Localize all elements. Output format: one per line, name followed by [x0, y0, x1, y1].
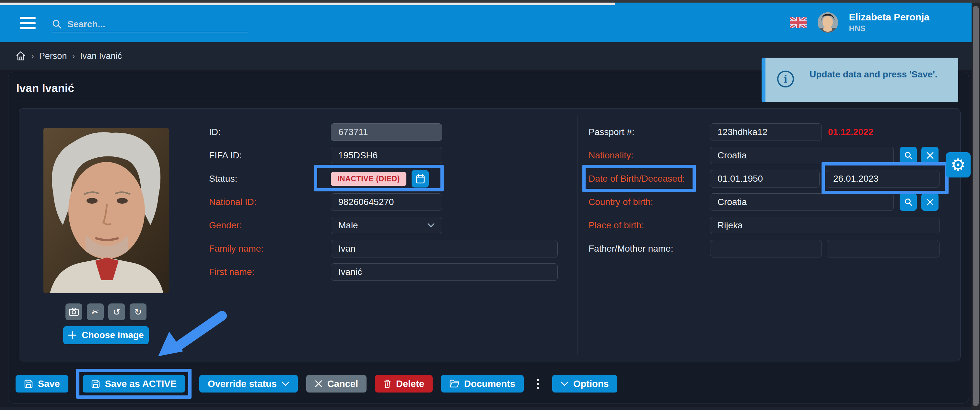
nationality-actions [900, 147, 939, 164]
top-navigation-bar: Search... [0, 3, 972, 42]
country-of-birth-actions [900, 193, 939, 211]
first-name-label: First name: [209, 267, 255, 277]
national-id-field[interactable]: 98260645270 [331, 193, 442, 211]
gender-select[interactable]: Male [331, 217, 442, 234]
chevron-down-icon [428, 223, 434, 228]
rotate-right-button[interactable]: ↻ [130, 304, 146, 320]
close-icon [926, 152, 934, 159]
date-of-birth-field[interactable]: 01.01.1950 [710, 170, 819, 188]
father-mother-label: Father/Mother name: [589, 243, 673, 254]
home-icon[interactable] [16, 51, 26, 61]
user-meta[interactable]: Elizabeta Peronja HNS [849, 12, 929, 33]
options-button[interactable]: Options [552, 375, 617, 393]
documents-button[interactable]: Documents [441, 375, 524, 393]
family-name-label: Family name: [209, 243, 264, 254]
status-badge: INACTIVE (DIED) [331, 172, 406, 186]
cancel-button[interactable]: Cancel [306, 375, 366, 393]
app-root: Search... [0, 0, 980, 410]
save-icon [24, 379, 33, 388]
delete-button[interactable]: Delete [375, 375, 433, 393]
fifa-id-label: FIFA ID: [209, 150, 242, 161]
crop-scissors-button[interactable]: ✂ [87, 304, 104, 320]
nationality-search-button[interactable] [900, 147, 917, 164]
nationality-field[interactable]: Croatia [710, 147, 894, 164]
search-placeholder: Search... [67, 19, 105, 29]
person-photo [43, 128, 169, 293]
user-avatar[interactable] [818, 12, 838, 33]
header-user-area: Elizabeta Peronja HNS [790, 3, 929, 42]
save-as-active-button[interactable]: Save as ACTIVE [83, 375, 185, 393]
breadcrumb-item-current: Ivan Ivanić [80, 51, 122, 61]
window-light-strip [0, 3, 615, 5]
override-status-button[interactable]: Override status [199, 375, 298, 393]
place-of-birth-label: Place of birth: [589, 220, 644, 230]
close-icon [926, 198, 934, 206]
birth-deceased-label: Date of Birth/Deceased: [589, 173, 685, 184]
user-org: HNS [849, 24, 929, 33]
father-name-field[interactable] [710, 240, 822, 257]
first-name-field[interactable]: Ivanić [331, 263, 558, 281]
choose-image-button[interactable]: Choose image [63, 326, 149, 344]
settings-gear-button[interactable]: ⚙ [946, 152, 970, 178]
national-id-label: National ID: [209, 197, 256, 207]
calendar-icon [416, 174, 425, 184]
gender-label: Gender: [209, 220, 242, 230]
country-search-button[interactable] [900, 193, 917, 211]
country-clear-button[interactable] [921, 193, 939, 211]
chevron-down-icon [561, 381, 568, 386]
breadcrumb-item-person[interactable]: Person [39, 51, 67, 61]
id-field: 673711 [331, 123, 442, 141]
rotate-left-button[interactable]: ↺ [108, 304, 125, 320]
mother-name-field[interactable] [827, 240, 940, 257]
fifa-id-field[interactable]: 195DSH6 [331, 147, 442, 164]
nationality-label: Nationality: [589, 150, 633, 161]
chevron-down-icon [282, 381, 290, 386]
passport-field[interactable]: 123hdhka12 [710, 123, 822, 141]
user-name: Elizabeta Peronja [849, 12, 929, 23]
annotation-save-active-highlight: Save as ACTIVE [76, 369, 191, 399]
search-icon [904, 151, 913, 160]
search-icon [904, 198, 913, 206]
tooltip-text: Update data and press 'Save'. [810, 69, 937, 102]
status-row: INACTIVE (DIED) [331, 170, 429, 188]
search-icon [52, 19, 62, 29]
breadcrumb-separator: › [31, 51, 34, 61]
vertical-scrollbar[interactable] [972, 3, 980, 410]
status-label: Status: [209, 173, 237, 184]
info-tooltip: i Update data and press 'Save'. [762, 58, 958, 102]
column-divider [577, 116, 578, 354]
close-icon [315, 380, 323, 388]
date-deceased-field[interactable]: 26.01.2023 [826, 170, 940, 188]
breadcrumb-separator: › [72, 51, 75, 61]
passport-label: Passport #: [589, 127, 635, 137]
info-icon: i [777, 71, 794, 87]
id-label: ID: [209, 127, 221, 137]
menu-button[interactable] [20, 17, 36, 29]
folder-icon [450, 380, 459, 388]
passport-expiry-date: 01.12.2022 [828, 127, 873, 137]
camera-button[interactable] [65, 304, 82, 320]
bottom-strip [0, 407, 980, 410]
country-of-birth-field[interactable]: Croatia [710, 193, 894, 211]
uk-flag-icon[interactable] [790, 17, 807, 28]
trash-icon [383, 379, 391, 388]
status-calendar-button[interactable] [412, 170, 429, 188]
form-actions: Save Save as ACTIVE Override status Canc… [16, 375, 617, 393]
annotation-arrow [152, 311, 230, 359]
plus-icon [68, 331, 76, 339]
save-icon [91, 379, 100, 388]
more-actions-dots: ⋮ [532, 375, 544, 393]
place-of-birth-field[interactable]: Rijeka [710, 217, 940, 234]
window-top-strip [0, 0, 980, 3]
save-button[interactable]: Save [16, 375, 68, 393]
photo-toolbar: ✂ ↺ ↻ [65, 304, 146, 320]
nationality-clear-button[interactable] [921, 147, 939, 164]
search-input[interactable]: Search... [52, 17, 248, 32]
scrollbar-handle[interactable] [973, 6, 979, 406]
country-of-birth-label: Country of birth: [589, 197, 653, 207]
page-title: Ivan Ivanić [16, 82, 74, 95]
family-name-field[interactable]: Ivan [331, 240, 558, 257]
